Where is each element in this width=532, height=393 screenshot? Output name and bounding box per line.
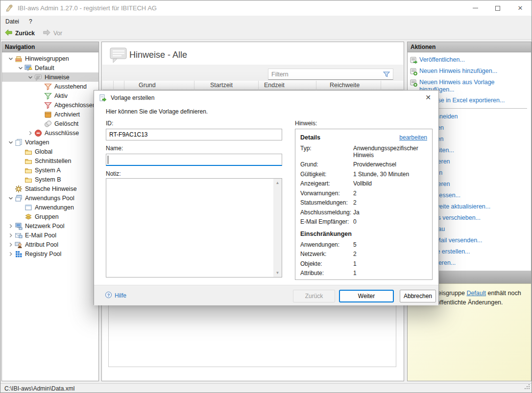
tree-item-global[interactable]: Global: [2, 147, 98, 156]
scroll-down-icon[interactable]: ▼: [276, 269, 280, 277]
chevron-down-icon[interactable]: [7, 55, 15, 63]
hinweise-bubble-icon: [110, 47, 127, 64]
back-button[interactable]: Zurück: [0, 27, 39, 40]
id-field[interactable]: [106, 129, 282, 140]
tree-item-default[interactable]: Default: [2, 63, 98, 72]
chevron-down-icon[interactable]: [17, 64, 24, 72]
tree-item-archiviert[interactable]: Archiviert: [2, 110, 98, 119]
chevron-down-icon[interactable]: [7, 139, 15, 146]
forward-button[interactable]: Vor: [39, 27, 66, 40]
help-label: Hilfe: [115, 292, 126, 299]
action-neuen-hinweis-hinzufuegen[interactable]: Neuen Hinweis hinzufügen...: [410, 68, 528, 75]
column-header-grund[interactable]: Grund: [139, 82, 156, 89]
chevron-spacer: [36, 120, 44, 128]
deleted-coins-icon: [44, 120, 52, 128]
detail-label: Anzeigeart:: [300, 181, 353, 187]
maximize-button[interactable]: [486, 0, 509, 16]
column-separator[interactable]: [113, 81, 114, 90]
column-header-reichweite[interactable]: Reichweite: [330, 82, 360, 89]
name-field[interactable]: [106, 154, 282, 166]
tree-item-label: Registry Pool: [25, 251, 61, 257]
detail-row: Grund:Providerwechsel: [300, 162, 427, 168]
tree-item-e-mail-pool[interactable]: E-Mail Pool: [2, 231, 98, 240]
detail-row: Anzeigeart:Vollbild: [300, 181, 427, 187]
scrollbar[interactable]: ▲ ▼: [273, 179, 282, 277]
tree-item-system-a[interactable]: System A: [2, 165, 98, 175]
column-header-startzeit[interactable]: Startzeit: [210, 82, 233, 89]
email-icon: [15, 231, 23, 239]
tree-item-schnittstellen[interactable]: Schnittstellen: [2, 156, 98, 165]
tree-item-registry-pool[interactable]: Registry Pool: [2, 249, 98, 258]
bearbeiten-link[interactable]: bearbeiten: [399, 134, 427, 141]
notiz-field[interactable]: ▲ ▼: [106, 178, 282, 277]
scroll-up-icon[interactable]: ▲: [276, 179, 280, 187]
minimize-button[interactable]: [464, 0, 486, 16]
tree-item-label: Hinweise: [45, 74, 70, 81]
tree-item-attribut-pool[interactable]: Attribut Pool: [2, 240, 98, 249]
detail-label: Vorwarnungen:: [300, 190, 353, 197]
close-button[interactable]: ✕: [509, 0, 532, 16]
tree-item-hinweise[interactable]: Hinweise: [2, 72, 98, 82]
registry-grid-icon: [15, 250, 23, 258]
chevron-spacer: [17, 157, 24, 165]
column-separator[interactable]: [258, 81, 259, 90]
constraints-header: Einschränkungen: [300, 231, 427, 237]
details-rows: Typ:Anwendungsspezifischer HinweisGrund:…: [300, 145, 427, 226]
column-separator[interactable]: [381, 81, 381, 90]
menu-help[interactable]: ?: [24, 16, 37, 27]
tree-item-gruppen[interactable]: Gruppen: [2, 212, 98, 221]
column-separator[interactable]: [124, 81, 124, 90]
folder-icon: [24, 157, 32, 165]
tree-item-aktiv[interactable]: Aktiv: [2, 91, 98, 100]
actions-header: Aktionen: [408, 42, 531, 52]
menu-datei[interactable]: Datei: [0, 16, 24, 27]
help-icon: ?: [105, 291, 112, 300]
notiz-label: Notiz:: [106, 170, 121, 177]
action-veroeffentlichen[interactable]: Veröffentlichen...: [410, 56, 528, 64]
dialog-close-icon[interactable]: ✕: [423, 93, 434, 103]
svg-text:?: ?: [107, 293, 110, 298]
tree-item-ausstehend[interactable]: Ausstehend: [2, 82, 98, 91]
abbrechen-button[interactable]: Abbrechen: [400, 290, 436, 302]
column-separator[interactable]: [316, 81, 316, 90]
navigation-header: Navigation: [2, 42, 98, 52]
detail-row: Objekte:1: [300, 261, 427, 268]
chevron-right-icon[interactable]: [7, 241, 15, 249]
detail-row: Gültigkeit:1 Stunde, 30 Minuten: [300, 171, 427, 178]
chevron-down-icon[interactable]: [7, 194, 15, 202]
tree-item-label: Archiviert: [54, 111, 80, 118]
toolbar: Zurück Vor: [0, 27, 532, 40]
detail-label: E-Mail Empfänger:: [300, 219, 353, 226]
chevron-spacer: [36, 92, 44, 100]
tree-item-system-b[interactable]: System B: [2, 175, 98, 184]
funnel-red-icon: [44, 101, 52, 109]
tree-item-ausschluesse[interactable]: Ausschlüsse: [2, 128, 98, 138]
tree-item-statische-hinweise[interactable]: Statische Hinweise: [2, 184, 98, 193]
zurueck-button[interactable]: Zurück: [293, 290, 335, 302]
resize-grip-icon[interactable]: [524, 384, 530, 391]
constraints-rows: Anwendungen:5Netzwerk:2Objekte:1Attribut…: [300, 242, 427, 277]
filter-funnel-icon[interactable]: [383, 70, 390, 78]
notification-default-link[interactable]: Default: [466, 290, 486, 297]
weiter-button[interactable]: Weiter: [339, 290, 394, 302]
tree-item-vorlagen[interactable]: Vorlagen: [2, 138, 98, 147]
column-separator[interactable]: [194, 81, 194, 90]
statusbar-path: C:\IBI-aws\Admin\Data.xml: [4, 385, 74, 392]
help-link[interactable]: ? Hilfe: [105, 291, 126, 300]
chevron-right-icon[interactable]: [7, 250, 15, 258]
filter-input[interactable]: [268, 71, 383, 78]
name-label: Name:: [106, 145, 123, 152]
chevron-right-icon[interactable]: [26, 129, 34, 137]
network-monitor-icon: [15, 222, 23, 230]
tree-item-abgeschlossen[interactable]: Abgeschlossen: [2, 100, 98, 110]
page-title: Hinweise - Alle: [129, 50, 187, 60]
tree-item-geloescht[interactable]: Gelöscht: [2, 119, 98, 128]
tree-item-hinweisgruppen[interactable]: Hinweisgruppen: [2, 54, 98, 63]
tree-item-anwendungen[interactable]: Anwendungen: [2, 203, 98, 212]
tree-item-netzwerk-pool[interactable]: Netzwerk Pool: [2, 221, 98, 231]
chevron-right-icon[interactable]: [7, 222, 15, 230]
tree-item-anwendungs-pool[interactable]: Anwendungs Pool: [2, 193, 98, 203]
chevron-right-icon[interactable]: [7, 231, 15, 239]
column-header-endzeit[interactable]: Endzeit: [264, 82, 285, 89]
chevron-down-icon[interactable]: [26, 73, 34, 81]
